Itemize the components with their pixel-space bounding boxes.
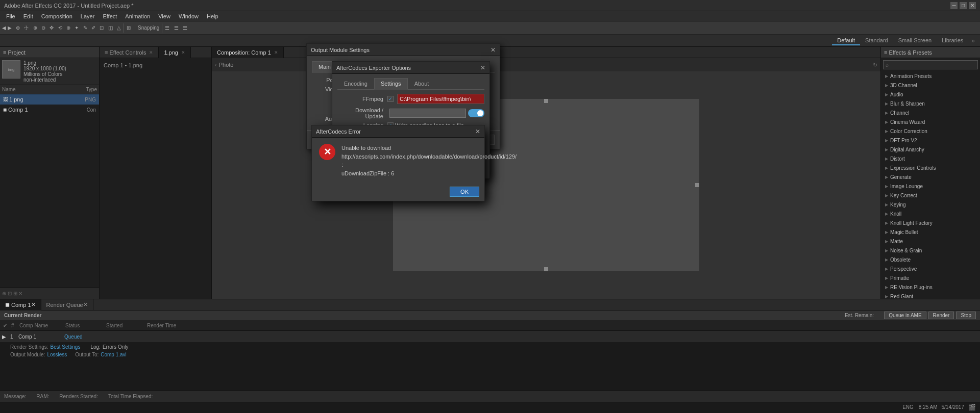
window-controls: ─ □ ✕ <box>950 2 976 9</box>
restore-button[interactable]: □ <box>960 2 967 9</box>
comp1-type: Con <box>87 107 96 113</box>
tab-ec-close[interactable]: ✕ <box>149 50 153 55</box>
aftercodecs-close[interactable]: ✕ <box>480 64 485 71</box>
queue-in-ame-btn[interactable]: Queue in AME <box>884 312 926 319</box>
effect-magic-bullet[interactable]: Magic Bullet <box>881 227 980 237</box>
menu-help[interactable]: Help <box>203 12 223 20</box>
effects-search-input[interactable] <box>883 60 978 69</box>
render-row-1[interactable]: ▶ 1 Comp 1 Queued <box>0 331 980 342</box>
effect-expression[interactable]: Expression Controls <box>881 163 980 172</box>
effect-knoll-light[interactable]: Knoll Light Factory <box>881 218 980 227</box>
error-ok-btn[interactable]: OK <box>450 187 479 197</box>
menu-animation[interactable]: Animation <box>121 12 154 20</box>
tab-about[interactable]: About <box>408 78 436 89</box>
comp1-timeline-icon: ◼ <box>5 301 10 308</box>
effect-matte[interactable]: Matte <box>881 237 980 246</box>
output-module-title: Output Module Settings <box>311 47 370 53</box>
tab-comp1-close[interactable]: ✕ <box>274 50 278 55</box>
handle-bottom[interactable] <box>544 267 548 271</box>
menu-window[interactable]: Window <box>175 12 203 20</box>
item-resolution: 1920 x 1080 (1.00) <box>23 66 66 71</box>
col-name: Name <box>2 87 16 92</box>
renders-started-label: Renders Started: <box>59 394 98 399</box>
download-toggle[interactable] <box>468 109 484 117</box>
effect-revision[interactable]: RE:Vision Plug-ins <box>881 282 980 292</box>
render-queue-close[interactable]: ✕ <box>83 301 88 308</box>
toolbar-snapping: ⊞ Snapping <box>127 25 159 31</box>
tab-effect-controls[interactable]: ≡ Effect Controls ✕ <box>100 47 159 58</box>
item-1png-name: 1.png <box>9 96 23 102</box>
handle-top[interactable] <box>544 99 548 103</box>
effect-dft-pro[interactable]: DFT Pro V2 <box>881 136 980 145</box>
effect-image-lounge[interactable]: Image Lounge <box>881 182 980 191</box>
tab-comp1-viewer[interactable]: Composition: Comp 1 ✕ <box>212 47 284 58</box>
menu-layer[interactable]: Layer <box>77 12 99 20</box>
effect-3d-channel[interactable]: 3D Channel <box>881 81 980 90</box>
ffmpeg-path-input[interactable] <box>397 94 484 104</box>
effect-color-correction[interactable]: Color Correction <box>881 126 980 136</box>
ffmpeg-check[interactable]: ✓ <box>387 96 394 102</box>
render-btn[interactable]: Render <box>928 312 954 319</box>
menu-composition[interactable]: Composition <box>37 12 77 20</box>
tab-encoding[interactable]: Encoding <box>337 78 374 89</box>
ot-value[interactable]: Comp 1.avi <box>101 352 127 357</box>
effect-primatte[interactable]: Primatte <box>881 273 980 282</box>
om-value[interactable]: Lossless <box>47 352 67 357</box>
effect-noise-grain[interactable]: Noise & Grain <box>881 246 980 255</box>
effect-red-giant[interactable]: Red Giant <box>881 292 980 299</box>
tab-comp1-timeline[interactable]: ◼ Comp 1 ✕ <box>0 299 41 311</box>
effect-blur-sharpen[interactable]: Blur & Sharpen <box>881 99 980 108</box>
stop-btn[interactable]: Stop <box>956 312 976 319</box>
effect-generate[interactable]: Generate <box>881 172 980 182</box>
download-update-input[interactable] <box>389 109 466 118</box>
effect-distort[interactable]: Distort <box>881 154 980 163</box>
comp1-timeline-close[interactable]: ✕ <box>31 301 36 308</box>
viewer-refresh-btn[interactable]: ↻ <box>873 62 877 68</box>
viewer-back-btn[interactable]: ‹ <box>215 62 217 68</box>
workspace-overflow-icon[interactable]: » <box>968 37 978 44</box>
project-thumbnail: img <box>2 60 20 79</box>
workspace-standard[interactable]: Standard <box>860 36 893 45</box>
error-dialog[interactable]: AfterCodecs Error ✕ ✕ Unable to download… <box>311 125 485 201</box>
effect-perspective[interactable]: Perspective <box>881 264 980 273</box>
ae-icon: 🎬 <box>968 404 976 411</box>
menu-view[interactable]: View <box>154 12 175 20</box>
project-preview: img 1.png 1920 x 1080 (1.00) Millions of… <box>0 58 99 85</box>
tab-1png[interactable]: 1.png ✕ <box>159 47 191 58</box>
project-item-comp1[interactable]: ◼ Comp 1 Con <box>0 105 99 115</box>
tab-render-queue[interactable]: Render Queue ✕ <box>41 299 93 311</box>
project-item-info: 1.png 1920 x 1080 (1.00) Millions of Col… <box>23 60 66 83</box>
workspace-small-screen[interactable]: Small Screen <box>893 36 937 45</box>
effect-cinema-wizard[interactable]: Cinema Wizard <box>881 117 980 126</box>
close-button[interactable]: ✕ <box>969 2 976 9</box>
toolbar-separator <box>124 23 124 33</box>
error-close[interactable]: ✕ <box>475 128 480 135</box>
menu-file[interactable]: File <box>2 12 19 20</box>
tab-settings[interactable]: Settings <box>374 78 408 90</box>
effect-obsolete[interactable]: Obsolete <box>881 255 980 264</box>
item-1png-type: PNG <box>85 97 96 102</box>
menu-edit[interactable]: Edit <box>19 12 37 20</box>
menu-effect[interactable]: Effect <box>99 12 121 20</box>
effect-animation-presets[interactable]: Animation Presets <box>881 71 980 81</box>
col-render-time: Render Time <box>147 323 188 328</box>
bottom-area: ◼ Comp 1 ✕ Render Queue ✕ Current Render… <box>0 299 980 391</box>
effect-key-correct[interactable]: Key Correct <box>881 191 980 200</box>
workspace-libraries[interactable]: Libraries <box>937 36 968 45</box>
handle-right[interactable] <box>695 183 699 187</box>
minimize-button[interactable]: ─ <box>950 2 958 9</box>
effect-knoll[interactable]: Knoll <box>881 209 980 218</box>
rs-value[interactable]: Best Settings <box>51 344 81 350</box>
message-label: Message: <box>4 394 26 399</box>
output-module-close[interactable]: ✕ <box>491 46 496 54</box>
tab-1png-close[interactable]: ✕ <box>181 50 185 55</box>
om-label: Output Module: <box>10 352 45 357</box>
error-line1: Unable to download <box>341 144 517 152</box>
render-row-num: 1 <box>10 334 18 340</box>
workspace-default[interactable]: Default <box>832 36 860 45</box>
effect-audio[interactable]: Audio <box>881 90 980 99</box>
effect-digital-anarchy[interactable]: Digital Anarchy <box>881 145 980 154</box>
project-item-1png[interactable]: 🖼 1.png PNG <box>0 94 99 105</box>
effect-keying[interactable]: Keying <box>881 200 980 209</box>
effect-channel[interactable]: Channel <box>881 108 980 117</box>
